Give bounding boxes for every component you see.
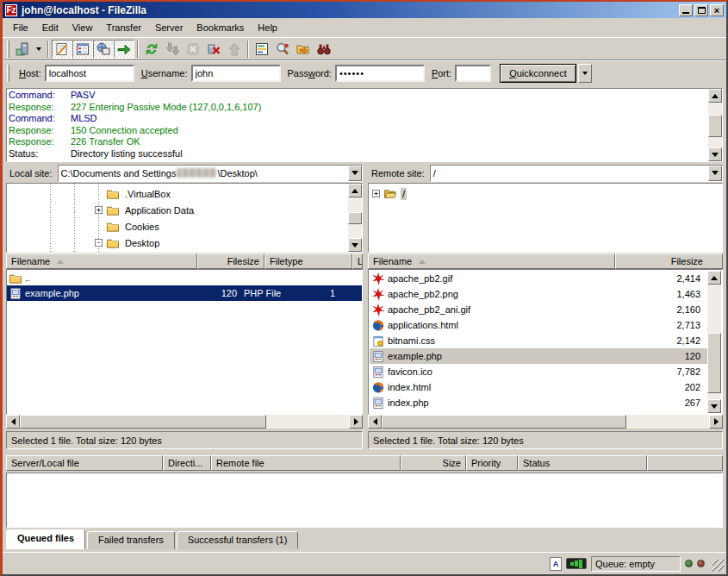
column-priority[interactable]: Priority bbox=[466, 455, 518, 471]
cancel-operation-button[interactable] bbox=[183, 40, 203, 59]
scroll-right-button[interactable] bbox=[709, 415, 723, 429]
toggle-local-tree-button[interactable] bbox=[72, 40, 93, 59]
toggle-transfer-queue-button[interactable] bbox=[114, 40, 134, 59]
tab-successful-transfers[interactable]: Successful transfers (1) bbox=[177, 531, 299, 549]
expander-icon[interactable]: + bbox=[372, 190, 380, 197]
tree-item-desktop[interactable]: - Desktop bbox=[95, 235, 161, 251]
file-row[interactable]: apache_pb2_ani.gif 2,160 bbox=[370, 302, 707, 317]
arrow-up-icon bbox=[711, 276, 718, 280]
tree-item-root[interactable]: + / bbox=[372, 185, 407, 202]
refresh-button[interactable] bbox=[141, 40, 162, 59]
local-tree-scrollbar[interactable] bbox=[348, 184, 362, 252]
column-remote-file[interactable]: Remote file bbox=[211, 455, 401, 471]
column-filetype[interactable]: Filetype bbox=[264, 254, 352, 269]
scroll-up-button[interactable] bbox=[708, 89, 722, 103]
menu-view[interactable]: View bbox=[65, 20, 100, 35]
file-row[interactable]: apache_pb2.gif 2,414 bbox=[370, 271, 707, 286]
expander-icon[interactable]: + bbox=[95, 206, 103, 214]
menu-help[interactable]: Help bbox=[251, 20, 284, 35]
folder-icon bbox=[106, 187, 120, 200]
file-row[interactable]: bitnami.css 2,142 bbox=[370, 333, 707, 348]
expander-icon[interactable]: - bbox=[95, 239, 103, 247]
compare-directories-button[interactable] bbox=[272, 40, 293, 59]
scroll-down-button[interactable] bbox=[708, 147, 722, 161]
scroll-up-button[interactable] bbox=[348, 184, 362, 197]
quickconnect-button[interactable]: Quickconnect bbox=[500, 64, 576, 83]
column-filesize[interactable]: Filesize bbox=[197, 254, 264, 269]
file-row[interactable]: index.php 267 bbox=[370, 395, 707, 410]
scroll-down-button[interactable] bbox=[348, 238, 362, 252]
scroll-thumb[interactable] bbox=[382, 415, 626, 429]
username-input[interactable] bbox=[191, 65, 281, 82]
port-input[interactable] bbox=[455, 65, 491, 82]
maximize-button[interactable] bbox=[694, 4, 708, 16]
message-log-lines: Command:PASV Response:227 Entering Passi… bbox=[9, 90, 706, 160]
tree-item-application-data[interactable]: + Application Data bbox=[95, 202, 196, 218]
menu-file[interactable]: File bbox=[6, 20, 35, 35]
column-filesize[interactable]: Filesize bbox=[615, 254, 723, 269]
find-files-button[interactable] bbox=[314, 40, 334, 59]
toolbar-separator bbox=[137, 41, 139, 58]
toggle-remote-tree-button[interactable] bbox=[93, 40, 114, 59]
file-row-selected[interactable]: example.php 120 PHP File 1 bbox=[7, 285, 362, 301]
password-input[interactable] bbox=[335, 65, 425, 82]
column-status[interactable]: Status bbox=[518, 455, 647, 471]
tab-queued-files[interactable]: Queued files bbox=[6, 529, 85, 549]
file-row[interactable]: index.html 202 bbox=[370, 379, 707, 395]
scroll-up-button[interactable] bbox=[707, 271, 721, 285]
file-row-parent-dir[interactable]: .. bbox=[7, 270, 362, 285]
column-size[interactable]: Size bbox=[401, 455, 466, 471]
resize-grip[interactable] bbox=[712, 560, 725, 572]
remote-list-hscrollbar[interactable] bbox=[368, 415, 723, 429]
local-site-dropdown[interactable] bbox=[348, 166, 362, 181]
transfer-queue-icon bbox=[116, 41, 132, 57]
title-bar[interactable]: Fz john@localhost - FileZilla × bbox=[3, 2, 726, 18]
close-button[interactable]: × bbox=[710, 4, 724, 16]
speed-limit-icon[interactable] bbox=[566, 558, 587, 569]
disconnect-icon bbox=[206, 41, 221, 57]
minimize-button[interactable] bbox=[679, 4, 693, 16]
remote-list-scrollbar[interactable] bbox=[707, 271, 721, 413]
file-row[interactable]: favicon.ico 7,782 bbox=[370, 364, 707, 379]
column-server-local-file[interactable]: Server/Local file bbox=[6, 455, 163, 471]
scroll-thumb[interactable] bbox=[20, 415, 266, 429]
file-row[interactable]: apache_pb2.png 1,463 bbox=[370, 286, 707, 302]
host-input[interactable] bbox=[45, 65, 134, 82]
local-site-combo[interactable]: C:\Documents and Settings\Desktop\ bbox=[58, 165, 363, 182]
chevron-down-icon bbox=[36, 47, 41, 51]
process-queue-button[interactable] bbox=[162, 40, 183, 59]
disconnect-button[interactable] bbox=[203, 40, 224, 59]
quickconnect-dropdown[interactable] bbox=[578, 64, 592, 83]
menu-bookmarks[interactable]: Bookmarks bbox=[190, 20, 251, 35]
menu-server[interactable]: Server bbox=[148, 20, 190, 35]
scroll-thumb[interactable] bbox=[708, 115, 722, 137]
synchronized-browsing-button[interactable] bbox=[293, 40, 314, 59]
menu-edit[interactable]: Edit bbox=[35, 20, 65, 35]
local-list-hscrollbar[interactable] bbox=[6, 415, 363, 429]
filter-button[interactable] bbox=[252, 40, 272, 59]
scroll-left-button[interactable] bbox=[6, 415, 20, 429]
site-manager-button[interactable] bbox=[12, 40, 33, 59]
scroll-thumb[interactable] bbox=[707, 333, 721, 393]
log-scrollbar[interactable] bbox=[708, 89, 722, 161]
scroll-right-button[interactable] bbox=[349, 415, 363, 429]
scroll-thumb[interactable] bbox=[348, 212, 362, 224]
remote-site-dropdown[interactable] bbox=[708, 166, 722, 181]
tree-item-cookies[interactable]: Cookies bbox=[95, 218, 161, 235]
column-last-modified[interactable]: L bbox=[352, 254, 363, 269]
remote-site-combo[interactable]: / bbox=[430, 165, 723, 182]
scroll-left-button[interactable] bbox=[368, 415, 382, 429]
menu-transfer[interactable]: Transfer bbox=[99, 20, 148, 35]
tab-failed-transfers[interactable]: Failed transfers bbox=[87, 531, 175, 549]
scroll-down-button[interactable] bbox=[707, 399, 721, 413]
site-manager-dropdown[interactable] bbox=[33, 40, 45, 59]
reconnect-button[interactable] bbox=[224, 40, 245, 59]
column-filename[interactable]: Filename bbox=[6, 254, 197, 269]
file-row[interactable]: applications.html 2,713 bbox=[370, 317, 707, 333]
encoding-indicator-icon[interactable]: A bbox=[550, 557, 562, 571]
tree-item-virtualbox[interactable]: .VirtualBox bbox=[95, 185, 172, 202]
column-filename[interactable]: Filename bbox=[368, 254, 615, 269]
column-direction[interactable]: Directi... bbox=[163, 455, 211, 471]
file-row-selected[interactable]: example.php 120 bbox=[370, 348, 707, 364]
toggle-message-log-button[interactable] bbox=[52, 40, 72, 59]
